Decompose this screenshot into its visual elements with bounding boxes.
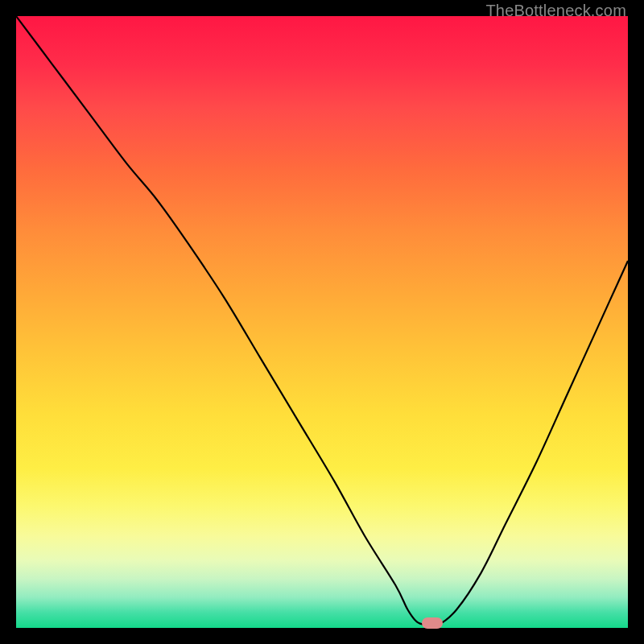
line-chart-svg xyxy=(16,16,628,628)
min-marker xyxy=(422,617,443,629)
chart-container: TheBottleneck.com xyxy=(0,0,644,644)
plot-area xyxy=(16,16,628,628)
curve-path xyxy=(16,16,628,626)
